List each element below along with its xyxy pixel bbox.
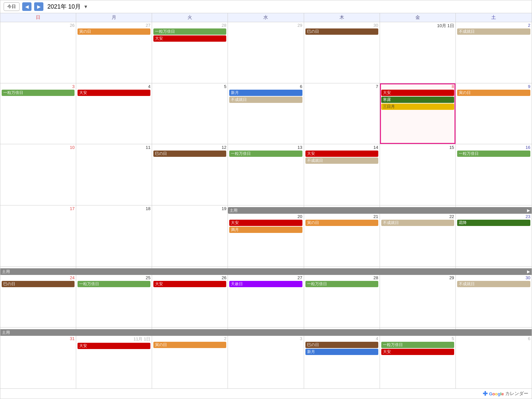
day-num: 12: [153, 145, 226, 150]
header-thursday: 木: [304, 13, 380, 22]
event-bar[interactable]: 霜降: [457, 220, 530, 226]
day-num: 5: [153, 84, 226, 89]
dropdown-arrow[interactable]: ▼: [83, 4, 88, 9]
header-wednesday: 水: [228, 13, 304, 22]
day-oct4: 4 大安: [76, 83, 152, 144]
day-oct28: 28 一粒万倍日: [304, 267, 380, 328]
day-num: 17: [2, 206, 75, 211]
day-oct27: 27 天赦日: [228, 267, 304, 328]
day-num: 25: [78, 275, 150, 280]
day-oct22: 22 不成就日: [380, 205, 456, 266]
day-num: 21: [305, 214, 378, 219]
week-row-5: 土用 ▶ 24 巳の日 25 一粒万倍日 26 大安 27: [0, 267, 532, 328]
event-bar[interactable]: 三日月: [381, 104, 454, 110]
event-bar[interactable]: 新月: [305, 349, 378, 355]
day-num: 23: [457, 214, 530, 219]
header-saturday: 土: [456, 13, 532, 22]
toolbar: 今日 ◀ ▶ 2021年 10月 ▼: [0, 0, 532, 13]
span-event-doyou-2[interactable]: 土用 ▶: [0, 268, 532, 275]
event-bar[interactable]: 大安: [78, 90, 150, 96]
event-bar[interactable]: 一粒万倍日: [229, 151, 302, 157]
day-oct13: 13 一粒万倍日: [228, 144, 304, 205]
event-bar[interactable]: 大安: [153, 281, 226, 287]
day-sep29: 29: [228, 22, 304, 83]
event-bar[interactable]: 巳の日: [305, 342, 378, 348]
event-bar[interactable]: 寅の日: [153, 342, 226, 348]
event-bar[interactable]: 寅の日: [305, 220, 378, 226]
day-oct14: 14 大安 不成就日: [304, 144, 380, 205]
day-num: 7: [305, 84, 378, 89]
event-bar[interactable]: 大安: [381, 349, 454, 355]
day-oct24: 24 巳の日: [0, 267, 76, 328]
day-nov2: 2 寅の日: [152, 328, 228, 388]
day-num: 26: [153, 275, 226, 280]
day-oct6: 6 新月 不成就日: [228, 83, 304, 144]
event-bar[interactable]: 不成就日: [457, 28, 530, 35]
day-oct30: 30 不成就日: [456, 267, 532, 328]
header-tuesday: 火: [152, 13, 228, 22]
day-header-row: 日 月 火 水 木 金 土: [0, 13, 532, 22]
event-bar[interactable]: 一粒万倍日: [2, 90, 75, 96]
event-bar[interactable]: 一粒万倍日: [153, 28, 226, 35]
event-bar[interactable]: 一粒万倍日: [381, 342, 454, 348]
event-bar[interactable]: 天赦日: [229, 281, 302, 287]
day-oct12: 12 巳の日: [152, 144, 228, 205]
event-bar[interactable]: 不成就日: [457, 281, 530, 287]
day-num: 4: [305, 336, 378, 341]
event-bar[interactable]: 寅の日: [457, 90, 530, 96]
event-bar[interactable]: 一粒万倍日: [305, 281, 378, 287]
event-bar[interactable]: 新月: [229, 90, 302, 96]
event-bar[interactable]: 大安: [78, 343, 150, 349]
day-num: 28: [153, 23, 226, 28]
day-num: 2: [457, 23, 530, 28]
day-oct21: 21 寅の日: [304, 205, 380, 266]
day-num: 28: [305, 275, 378, 280]
day-num: 26: [2, 23, 75, 28]
day-oct10: 10: [0, 144, 76, 205]
day-num: 6: [457, 336, 530, 341]
day-oct29: 29: [380, 267, 456, 328]
day-nov4: 4 巳の日 新月: [304, 328, 380, 388]
event-bar[interactable]: 大安: [153, 35, 226, 42]
event-bar[interactable]: 満月: [229, 227, 302, 233]
prev-button[interactable]: ◀: [22, 2, 31, 11]
event-bar[interactable]: 大安: [381, 90, 454, 96]
span-event-doyou-1[interactable]: 土用 ▶: [228, 207, 532, 214]
day-num: 22: [381, 214, 454, 219]
day-oct7: 7: [304, 83, 380, 144]
today-button[interactable]: 今日: [4, 2, 20, 11]
day-num: 10: [2, 145, 75, 150]
continue-arrow: ▶: [527, 269, 530, 275]
day-oct3: 3 一粒万倍日: [0, 83, 76, 144]
day-num: 31: [2, 336, 75, 341]
event-bar[interactable]: 一粒万倍日: [78, 281, 150, 287]
day-nov1: 11月 1日 大安: [76, 328, 152, 388]
google-plus-icon: ✚: [483, 390, 488, 397]
span-event-doyou-3[interactable]: 土用: [0, 329, 532, 336]
event-bar[interactable]: 不成就日: [305, 157, 378, 164]
event-bar[interactable]: 寒露: [381, 97, 454, 103]
day-oct20: 20 大安 満月: [228, 205, 304, 266]
event-bar[interactable]: 巳の日: [153, 151, 226, 157]
event-bar[interactable]: 一粒万倍日: [457, 151, 530, 157]
event-bar[interactable]: 不成就日: [381, 220, 454, 226]
next-button[interactable]: ▶: [34, 2, 43, 11]
day-num: 2: [153, 336, 226, 341]
event-bar[interactable]: 巳の日: [305, 28, 378, 35]
event-bar[interactable]: 大安: [305, 151, 378, 157]
header-monday: 月: [76, 13, 152, 22]
span-label: 土用: [230, 207, 238, 213]
header-sunday: 日: [0, 13, 76, 22]
day-oct17: 17: [0, 205, 76, 266]
event-bar[interactable]: 寅の日: [78, 28, 150, 35]
day-num: 5: [381, 336, 454, 341]
event-bar[interactable]: 大安: [229, 220, 302, 226]
day-oct16: 16 一粒万倍日: [456, 144, 532, 205]
event-bar[interactable]: 巳の日: [2, 281, 75, 287]
day-oct26: 26 大安: [152, 267, 228, 328]
event-bar[interactable]: 不成就日: [229, 97, 302, 103]
day-num: 30: [305, 23, 378, 28]
week-row-4: 土用 ▶ 17 18 19 20 大安 満月: [0, 205, 532, 267]
day-num: 27: [229, 275, 302, 280]
day-oct1: 10月 1日: [380, 22, 456, 83]
